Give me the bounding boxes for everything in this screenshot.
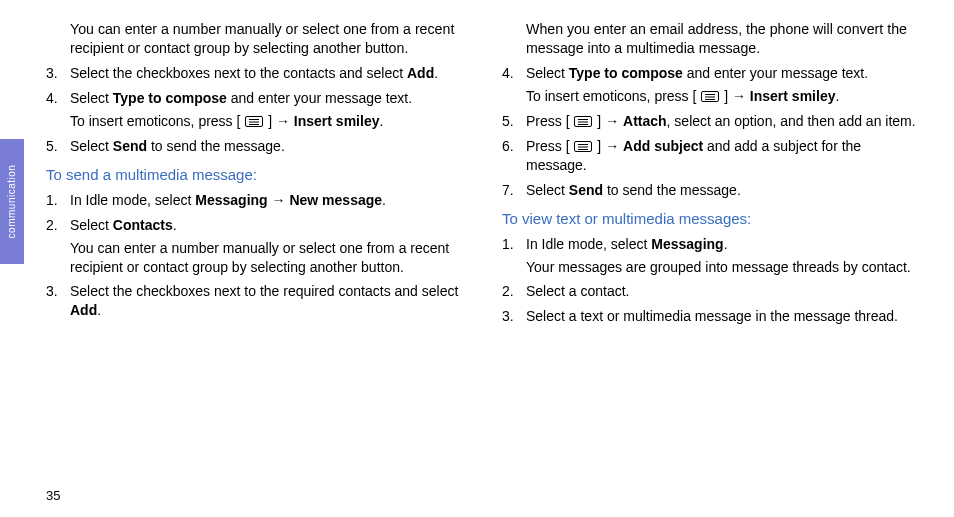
item-body: Select Send to send the message. (526, 181, 922, 200)
item-number: 3. (46, 64, 70, 83)
page-number: 35 (46, 488, 60, 503)
list-item: 3. Select the checkboxes next to the con… (46, 64, 466, 83)
item-body: In Idle mode, select Messaging → New mes… (70, 191, 466, 210)
left-list-a: 3. Select the checkboxes next to the con… (46, 64, 466, 156)
menu-icon (574, 141, 592, 152)
item-body: Select a text or multimedia message in t… (526, 307, 922, 326)
item-body: Press [ ] → Attach, select an option, an… (526, 112, 922, 131)
item-number: 3. (502, 307, 526, 326)
list-item: 6. Press [ ] → Add subject and add a sub… (502, 137, 922, 175)
menu-icon (574, 116, 592, 127)
list-item: 5. Select Send to send the message. (46, 137, 466, 156)
arrow-icon: → (272, 192, 286, 208)
item-subline: To insert emoticons, press [ ] → Insert … (70, 112, 466, 131)
item-body: Select the checkboxes next to the requir… (70, 282, 466, 320)
item-number: 4. (502, 64, 526, 106)
arrow-icon: → (605, 138, 619, 154)
page: communication You can enter a number man… (0, 0, 954, 517)
list-item: 3. Select a text or multimedia message i… (502, 307, 922, 326)
item-body: Press [ ] → Add subject and add a subjec… (526, 137, 922, 175)
menu-icon (245, 116, 263, 127)
right-column: When you enter an email address, the pho… (502, 20, 922, 517)
list-item: 2. Select Contacts. You can enter a numb… (46, 216, 466, 277)
item-number: 4. (46, 89, 70, 131)
list-item: 1. In Idle mode, select Messaging. Your … (502, 235, 922, 277)
item-body: In Idle mode, select Messaging. Your mes… (526, 235, 922, 277)
arrow-icon: → (605, 113, 619, 129)
list-item: 3. Select the checkboxes next to the req… (46, 282, 466, 320)
right-list-b: 1. In Idle mode, select Messaging. Your … (502, 235, 922, 327)
item-number: 5. (46, 137, 70, 156)
item-number: 1. (46, 191, 70, 210)
item-body: Select Type to compose and enter your me… (526, 64, 922, 106)
item-body: Select Type to compose and enter your me… (70, 89, 466, 131)
item-body: Select the checkboxes next to the contac… (70, 64, 466, 83)
content: You can enter a number manually or selec… (24, 0, 954, 517)
arrow-icon: → (732, 88, 746, 104)
list-item: 1. In Idle mode, select Messaging → New … (46, 191, 466, 210)
item-body: Select a contact. (526, 282, 922, 301)
right-list-a: 4. Select Type to compose and enter your… (502, 64, 922, 199)
item-number: 3. (46, 282, 70, 320)
item-subline: You can enter a number manually or selec… (70, 239, 466, 277)
list-item: 4. Select Type to compose and enter your… (502, 64, 922, 106)
item-subline: Your messages are grouped into message t… (526, 258, 922, 277)
list-item: 4. Select Type to compose and enter your… (46, 89, 466, 131)
item-number: 2. (46, 216, 70, 277)
thumb-label: communication (0, 139, 24, 264)
item-number: 1. (502, 235, 526, 277)
left-column: You can enter a number manually or selec… (46, 20, 466, 517)
right-intro: When you enter an email address, the pho… (526, 20, 922, 58)
item-number: 2. (502, 282, 526, 301)
item-number: 5. (502, 112, 526, 131)
left-intro: You can enter a number manually or selec… (70, 20, 466, 58)
left-heading: To send a multimedia message: (46, 166, 466, 183)
thumb-label-text: communication (7, 165, 18, 239)
item-body: Select Send to send the message. (70, 137, 466, 156)
right-heading: To view text or multimedia messages: (502, 210, 922, 227)
item-number: 7. (502, 181, 526, 200)
arrow-icon: → (276, 113, 290, 129)
menu-icon (701, 91, 719, 102)
item-number: 6. (502, 137, 526, 175)
list-item: 7. Select Send to send the message. (502, 181, 922, 200)
item-subline: To insert emoticons, press [ ] → Insert … (526, 87, 922, 106)
thumb-gutter: communication (0, 0, 24, 517)
left-list-b: 1. In Idle mode, select Messaging → New … (46, 191, 466, 320)
list-item: 2. Select a contact. (502, 282, 922, 301)
item-body: Select Contacts. You can enter a number … (70, 216, 466, 277)
list-item: 5. Press [ ] → Attach, select an option,… (502, 112, 922, 131)
